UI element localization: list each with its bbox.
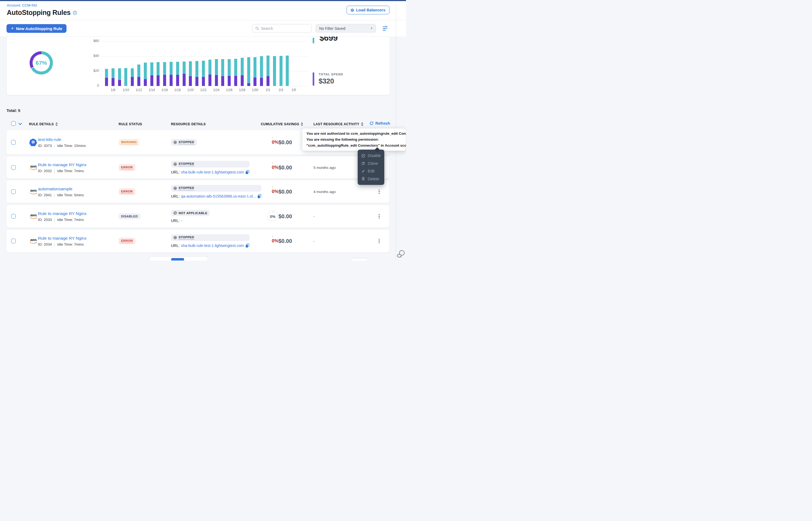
kubernetes-icon: ☸ (29, 138, 37, 146)
x-axis-tick: 1/28 (237, 88, 248, 92)
savings-donut-chart: 67% (29, 51, 53, 74)
refresh-icon (369, 121, 374, 126)
select-menu-chevron-icon[interactable] (18, 123, 22, 125)
savings-amount: $0.00 (278, 164, 308, 171)
stacked-bar (137, 65, 140, 86)
clone-icon (361, 161, 365, 165)
breadcrumb-account[interactable]: Account: CCM-NG (7, 3, 37, 7)
row-actions-kebab-icon[interactable] (376, 213, 382, 220)
stacked-bar (209, 60, 211, 86)
disable-icon (361, 154, 365, 158)
gridline (101, 41, 308, 42)
sort-icon[interactable] (301, 122, 303, 126)
stacked-bar (266, 55, 270, 86)
stacked-bar (221, 59, 224, 86)
help-chat-icon[interactable] (397, 249, 406, 258)
stacked-bar (170, 62, 173, 86)
row-actions-kebab-icon[interactable] (376, 188, 382, 195)
y-axis-tick: 0 (88, 84, 99, 88)
row-actions-menu: Disable Clone Edit Delete (358, 150, 384, 185)
gear-icon: ⚙ (351, 8, 354, 12)
pagination-bar[interactable] (149, 257, 208, 260)
row-checkbox[interactable] (11, 140, 16, 145)
resource-url-link[interactable]: qa-automation-alb-515563988.us-east-1.el… (181, 194, 256, 199)
stacked-bar (273, 56, 276, 86)
row-checkbox[interactable] (11, 189, 16, 194)
y-axis-tick: $60 (88, 39, 99, 43)
refresh-button[interactable]: Refresh (369, 121, 390, 126)
rule-name-link[interactable]: Rule to manage RY Nginx (38, 211, 87, 216)
row-checkbox[interactable] (11, 214, 16, 219)
last-activity: 4 months ago (314, 190, 357, 194)
x-axis-tick: 1/22 (198, 88, 209, 92)
rule-name-link[interactable]: Rule to manage RY Nginx (38, 162, 87, 167)
savings-percent: 0% (261, 189, 278, 194)
not-applicable-icon (173, 211, 177, 215)
table-row: aws Rule to manage RY Nginx ID: 2034|Idl… (6, 230, 389, 252)
chevron-down-icon: ▾ (371, 27, 372, 30)
sort-icon[interactable] (56, 122, 58, 126)
menu-item-edit[interactable]: Edit (358, 167, 384, 175)
resource-status-badge: STOPPED (171, 185, 261, 191)
load-balancers-button[interactable]: ⚙ Load Balancers (346, 6, 389, 14)
copy-icon[interactable] (257, 194, 261, 199)
select-all-checkbox[interactable] (11, 121, 16, 126)
aws-icon: aws (29, 213, 38, 220)
resource-url-link[interactable]: sha-bulk-rule-test-1.lightwingtest.com (181, 244, 244, 248)
x-axis-tick: 1/20 (185, 88, 196, 92)
copy-icon[interactable] (245, 244, 250, 248)
row-actions-kebab-icon[interactable] (376, 237, 382, 245)
stacked-bar (260, 56, 263, 86)
search-icon (255, 26, 259, 30)
resource-status-badge: NOT APPLICABLE (171, 210, 210, 216)
search-input[interactable] (261, 26, 308, 31)
stopped-icon (173, 162, 177, 166)
aws-icon: aws (29, 238, 38, 244)
page-size-select[interactable] (351, 258, 368, 260)
x-axis-tick: 2/3 (275, 88, 286, 92)
page-header: Account: CCM-NG AutoStopping Rules ⚙ Loa… (0, 1, 406, 20)
saved-filter-dropdown[interactable]: No Filter Saved ▾ (316, 24, 376, 32)
rule-name-link[interactable]: test-k8s-rule (38, 137, 86, 142)
last-activity: - (314, 214, 357, 219)
menu-item-delete[interactable]: Delete (358, 175, 384, 183)
x-axis-tick: 1/12 (133, 88, 144, 92)
savings-summary-card: 67% $60$40$2001/81/101/121/141/161/181/2… (6, 36, 390, 95)
menu-item-disable[interactable]: Disable (358, 152, 384, 160)
savings-percent: 0% (261, 238, 278, 244)
filter-panel-button[interactable] (382, 25, 389, 32)
x-axis-tick: 1/10 (121, 88, 131, 92)
gridline (101, 86, 308, 86)
stacked-bar (234, 59, 237, 86)
stopped-icon (173, 236, 177, 240)
sort-icon[interactable] (361, 122, 363, 126)
rule-name-link[interactable]: Rule to manage RY Nginx (38, 236, 87, 241)
resource-url-link[interactable]: sha-bulk-rule-test-1.lightwingtest.com (181, 170, 244, 174)
status-badge: ERROR (119, 188, 135, 195)
search-input-wrap (252, 24, 312, 32)
edit-icon (361, 169, 365, 173)
autostopping-rules-page: { "header": { "account_label": "Account:… (0, 0, 406, 260)
info-icon[interactable] (73, 10, 77, 15)
status-badge: ERROR (119, 164, 135, 171)
stacked-bar (215, 59, 218, 86)
new-autostopping-rule-button[interactable]: + New AutoStopping Rule (6, 24, 66, 33)
status-badge: WARNING (119, 139, 139, 146)
rule-name-link[interactable]: automationsample (38, 186, 84, 191)
copy-icon[interactable] (245, 170, 250, 174)
row-checkbox[interactable] (11, 165, 16, 170)
idle-time: Idle Time: 7mins (57, 218, 84, 222)
stacked-bar (195, 61, 198, 86)
row-checkbox[interactable] (11, 239, 16, 244)
menu-item-clone[interactable]: Clone (358, 160, 384, 167)
stacked-bar (286, 55, 289, 86)
stacked-bar (280, 56, 282, 86)
total-spend-accent (313, 72, 314, 86)
savings-amount: $0.00 (278, 189, 308, 195)
toolbar: + New AutoStopping Rule No Filter Saved … (0, 20, 406, 36)
x-axis-tick: 1/26 (224, 88, 235, 92)
pagination-current-page[interactable] (171, 258, 184, 260)
table-header: RULE DETAILS RULE STATUS RESOURCE DETAIL… (6, 119, 390, 130)
stacked-bar (241, 58, 244, 86)
y-axis-tick: $40 (88, 54, 99, 58)
